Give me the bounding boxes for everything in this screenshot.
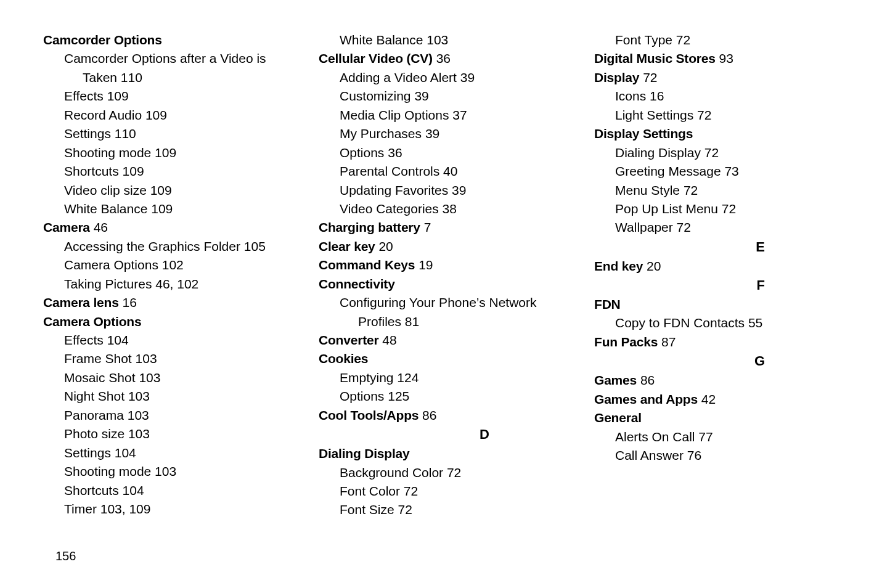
index-heading: Connectivity	[319, 275, 563, 293]
index-heading-term: End key	[594, 259, 643, 273]
index-subentry: Emptying 124	[319, 369, 563, 387]
index-heading-page: 46	[90, 220, 108, 234]
index-subentry: Light Settings 72	[594, 106, 839, 125]
index-subentry: Menu Style 72	[594, 181, 839, 200]
index-heading: Display Settings	[594, 125, 839, 143]
index-section-letter: F	[594, 276, 839, 295]
index-subentry: Call Answer 76	[594, 446, 839, 465]
index-heading: General	[594, 409, 839, 427]
index-subentry: Shooting mode 103	[43, 462, 288, 481]
index-section-letter: D	[319, 425, 563, 444]
index-heading-term: Converter	[319, 333, 378, 347]
index-heading-term: Games and Apps	[594, 392, 698, 406]
index-heading-page: 87	[658, 335, 676, 349]
index-heading-page: 48	[378, 333, 396, 347]
index-subentry: Effects 109	[43, 87, 288, 105]
index-heading-term: Connectivity	[319, 277, 395, 291]
index-subentry: Mosaic Shot 103	[43, 369, 288, 387]
index-subentry: Pop Up List Menu 72	[594, 200, 839, 218]
index-subentry: Background Color 72	[319, 463, 563, 482]
index-subentry: Customizing 39	[319, 87, 563, 105]
index-heading: Cellular Video (CV) 36	[319, 49, 563, 68]
index-subentry: Video clip size 109	[43, 181, 288, 200]
index-subentry: Wallpaper 72	[594, 218, 839, 237]
index-subentry: Configuring Your Phone’s Network	[319, 293, 563, 312]
index-subentry-continuation: Profiles 81	[319, 312, 563, 331]
index-heading-page: 36	[433, 51, 451, 65]
index-subentry: Record Audio 109	[43, 106, 288, 125]
index-heading: Cool Tools/Apps 86	[319, 406, 563, 425]
index-subentry: Copy to FDN Contacts 55	[594, 314, 839, 332]
index-heading-term: FDN	[594, 297, 621, 311]
index-heading-page: 20	[643, 259, 661, 273]
index-heading-term: Charging battery	[319, 220, 420, 234]
index-subentry: Greeting Message 73	[594, 162, 839, 181]
index-heading-page: 20	[375, 239, 393, 253]
index-subentry: Media Clip Options 37	[319, 106, 563, 125]
index-heading: Charging battery 7	[319, 218, 563, 237]
index-heading-term: Cool Tools/Apps	[319, 408, 419, 422]
index-subentry: Settings 104	[43, 444, 288, 462]
index-subentry: Panorama 103	[43, 406, 288, 425]
index-heading-page: 86	[419, 408, 436, 422]
index-subentry: White Balance 109	[43, 200, 288, 218]
index-heading-term: Games	[594, 373, 637, 387]
index-heading-term: Camera	[43, 220, 90, 234]
index-heading-term: Display Settings	[594, 126, 693, 141]
index-heading: Cookies	[319, 349, 563, 368]
index-subentry: Icons 16	[594, 87, 839, 105]
index-heading: Converter 48	[319, 331, 563, 349]
index-subentry: Settings 110	[43, 125, 288, 143]
index-heading: Clear key 20	[319, 237, 563, 256]
index-heading-page: 16	[119, 295, 137, 309]
index-subentry: Parental Controls 40	[319, 162, 563, 181]
index-heading: Camera 46	[43, 218, 288, 237]
index-subentry: Taking Pictures 46, 102	[43, 275, 288, 293]
index-subentry: Font Size 72	[319, 500, 563, 519]
index-subentry: Video Categories 38	[319, 200, 563, 218]
index-heading-page: 93	[716, 51, 733, 65]
index-heading: Camera lens 16	[43, 293, 288, 312]
index-heading: Command Keys 19	[319, 256, 563, 274]
index-heading-term: Dialing Display	[319, 446, 410, 460]
index-heading-term: Camcorder Options	[43, 33, 162, 47]
index-subentry: Night Shot 103	[43, 387, 288, 406]
index-subentry: Options 125	[319, 387, 563, 406]
index-section-letter: E	[594, 237, 839, 257]
index-subentry: Alerts On Call 77	[594, 428, 839, 446]
index-subentry: Camera Options 102	[43, 256, 288, 274]
index-heading-page: 7	[420, 220, 431, 234]
index-heading-page: 72	[639, 70, 657, 84]
index-subentry: My Purchases 39	[319, 125, 563, 143]
index-heading-term: Cellular Video (CV)	[319, 51, 433, 65]
index-subentry-continuation: Taken 110	[43, 68, 288, 87]
index-subentry: Effects 104	[43, 331, 288, 349]
index-subentry: Accessing the Graphics Folder 105	[43, 237, 288, 256]
index-heading-term: General	[594, 410, 642, 425]
index-heading-term: Fun Packs	[594, 335, 658, 349]
index-subentry: Frame Shot 103	[43, 349, 288, 368]
index-subentry: Camcorder Options after a Video is	[43, 49, 288, 68]
page-number: 156	[55, 549, 76, 563]
index-heading: Games and Apps 42	[594, 390, 839, 409]
index-heading: Dialing Display	[319, 444, 563, 463]
index-heading: Games 86	[594, 371, 839, 390]
index-subentry: Shortcuts 109	[43, 162, 288, 181]
index-heading: Fun Packs 87	[594, 333, 839, 351]
index-subentry: Options 36	[319, 144, 563, 162]
index-heading: FDN	[594, 295, 839, 314]
index-heading-page: 86	[637, 373, 655, 387]
index-subentry: Shortcuts 104	[43, 481, 288, 500]
index-heading-term: Clear key	[319, 239, 375, 253]
index-subentry: Dialing Display 72	[594, 144, 839, 162]
index-heading: Display 72	[594, 68, 839, 87]
index-heading-term: Camera Options	[43, 314, 141, 329]
index-subentry: Timer 103, 109	[43, 500, 288, 518]
index-heading: End key 20	[594, 257, 839, 276]
index-subentry: Font Color 72	[319, 482, 563, 500]
index-heading-term: Camera lens	[43, 295, 119, 309]
index-heading-term: Command Keys	[319, 258, 415, 272]
index-heading: Digital Music Stores 93	[594, 49, 839, 68]
index-subentry: Updating Favorites 39	[319, 181, 563, 200]
index-heading-term: Digital Music Stores	[594, 51, 716, 65]
